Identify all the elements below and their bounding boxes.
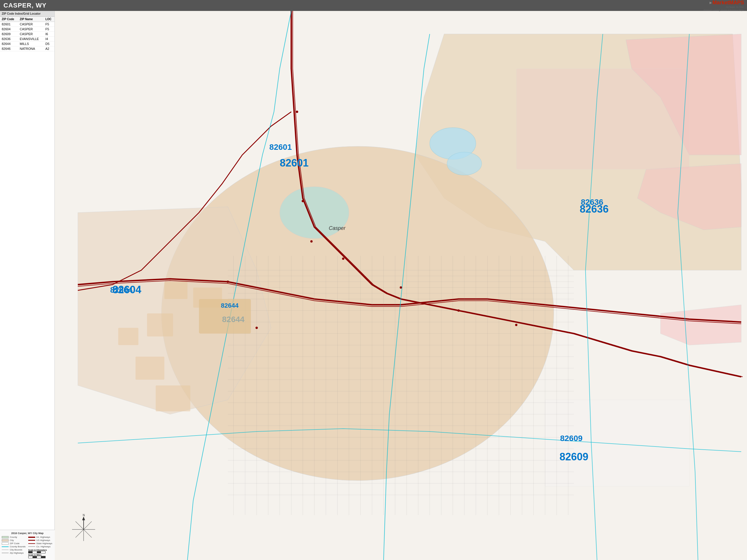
logo-tagline: On Target. On Time.America's Leading Sou…	[703, 6, 744, 11]
table-row: 82609CASPERI6	[0, 32, 54, 36]
legend-item-zip: ZIP Code	[2, 542, 27, 545]
svg-rect-11	[545, 400, 689, 486]
table-row: 82604CASPERF5	[0, 27, 54, 32]
table-cell-loc: I4	[44, 36, 54, 42]
table-cell-name: CASPER	[18, 27, 44, 32]
county-label: County	[10, 536, 17, 538]
table-cell-loc: D5	[44, 42, 54, 46]
state-hwy-color	[28, 543, 35, 544]
table-row: 82636EVANSVILLEI4	[0, 36, 54, 42]
legend-item-zip-highways: Zip Highways	[2, 552, 27, 554]
us-hwy-color	[28, 540, 35, 541]
county-bounds-color	[2, 546, 9, 547]
svg-point-34	[256, 327, 258, 329]
scale-section: Scale in Kilometers Scale in Miles	[28, 549, 53, 558]
table-cell-name: CASPER	[18, 22, 44, 27]
legend: 2016 Casper, WY City Map County City ZIP…	[0, 530, 55, 560]
sidebar: ZIP Code Index/Grid Locator ZIP Code ZIP…	[0, 11, 55, 560]
legend-item-county: County	[2, 536, 27, 538]
table-row: 82644MILLSD5	[0, 42, 54, 46]
svg-rect-42	[156, 385, 190, 411]
legend-item-county-bounds: County Bounds	[2, 545, 27, 548]
zip-table: ZIP Code ZIP Name LOC 82601CASPERF582604…	[0, 17, 54, 51]
city-color	[2, 539, 9, 541]
table-cell-zip: 82644	[0, 42, 18, 46]
city-label: City	[10, 539, 14, 541]
co-hwy-color	[28, 546, 35, 547]
zip-color	[2, 542, 9, 545]
map-container: A B C D E F G H 1 2 3 4 5 6 7 8 1 2 3 4 …	[55, 11, 747, 560]
svg-text:Casper: Casper	[329, 225, 346, 231]
table-row: 82646NATRONAA2	[0, 46, 54, 51]
logo-market: Market	[713, 0, 729, 6]
legend-item-int-hwy: Int. Highways	[28, 536, 53, 538]
page-title: CASPER, WY	[3, 2, 46, 9]
svg-rect-40	[118, 328, 138, 345]
legend-item-state-hwy: State Highways	[28, 542, 53, 545]
legend-columns: County City ZIP Code County Bounds City …	[2, 536, 53, 558]
table-cell-zip: 82604	[0, 27, 18, 32]
svg-rect-43	[199, 299, 251, 334]
table-row: 82601CASPERF5	[0, 22, 54, 27]
logo-maps: MAPS	[729, 0, 744, 6]
svg-rect-39	[147, 313, 173, 337]
table-cell-name: MILLS	[18, 42, 44, 46]
table-cell-loc: F5	[44, 27, 54, 32]
table-cell-name: NATRONA	[18, 46, 44, 51]
svg-text:82601: 82601	[280, 157, 309, 169]
state-hwy-label: State Highways	[36, 542, 52, 545]
legend-item-city: City	[2, 539, 27, 541]
table-cell-zip: 82609	[0, 32, 18, 36]
svg-point-9	[447, 152, 482, 175]
table-cell-name: EVANSVILLE	[18, 36, 44, 42]
svg-point-30	[310, 240, 313, 243]
svg-text:82604: 82604	[112, 284, 141, 296]
svg-text:82636: 82636	[580, 203, 609, 215]
legend-title: 2016 Casper, WY City Map	[2, 532, 53, 535]
scale-km-label: Scale in Kilometers	[28, 549, 53, 551]
us-hwy-label: US Highways	[36, 539, 50, 541]
map-svg: 82601 82604 82644 82636 82609 Casper N	[55, 11, 747, 560]
legend-item-city-bounds: City Bounds	[2, 549, 27, 551]
co-hwy-label: Co. Highways	[36, 545, 50, 548]
legend-item-us-hwy: US Highways	[28, 539, 53, 541]
svg-rect-37	[164, 282, 187, 299]
scale-km-bar	[28, 551, 46, 553]
svg-text:N: N	[83, 514, 85, 517]
table-cell-name: CASPER	[18, 32, 44, 36]
svg-point-36	[515, 324, 517, 326]
city-bounds-label: City Bounds	[10, 549, 22, 551]
zip-highways-color	[2, 553, 9, 553]
legend-col-left: County City ZIP Code County Bounds City …	[2, 536, 27, 558]
svg-point-29	[302, 200, 304, 202]
svg-rect-41	[135, 357, 164, 380]
county-bounds-label: County Bounds	[10, 545, 26, 548]
svg-point-33	[227, 281, 229, 283]
svg-point-32	[400, 286, 402, 289]
svg-point-28	[296, 111, 298, 113]
table-cell-loc: F5	[44, 22, 54, 27]
zip-label: ZIP Code	[10, 542, 20, 545]
scale-miles-label: Scale in Miles	[28, 554, 53, 556]
svg-point-35	[457, 310, 460, 312]
page-header: CASPER, WY ▶ Market MAPS On Target. On T…	[0, 0, 747, 11]
col-name: ZIP Name	[18, 17, 44, 22]
table-cell-zip: 82646	[0, 46, 18, 51]
int-hwy-color	[28, 537, 35, 538]
zip-index-header: ZIP Code Index/Grid Locator	[0, 11, 54, 17]
logo-area: ▶ Market MAPS On Target. On Time.America…	[692, 1, 744, 10]
county-color	[2, 536, 9, 538]
scale-miles-bar	[28, 556, 46, 558]
col-zip: ZIP Code	[0, 17, 18, 22]
svg-text:82609: 82609	[559, 451, 588, 463]
table-cell-zip: 82636	[0, 36, 18, 42]
svg-rect-10	[516, 69, 689, 169]
table-cell-zip: 82601	[0, 22, 18, 27]
table-cell-loc: A2	[44, 46, 54, 51]
table-cell-loc: I6	[44, 32, 54, 36]
zip-highways-label: Zip Highways	[10, 552, 24, 554]
svg-point-31	[342, 258, 344, 260]
legend-item-co-hwy: Co. Highways	[28, 545, 53, 548]
int-hwy-label: Int. Highways	[36, 536, 50, 538]
legend-col-right: Int. Highways US Highways State Highways…	[28, 536, 53, 558]
